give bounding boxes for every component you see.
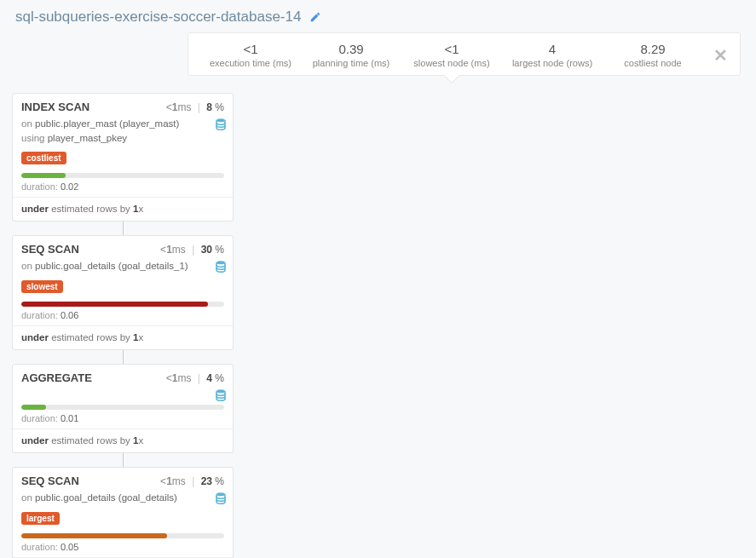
estimate-text: under estimated rows by 1x (13, 325, 233, 349)
stat-value: 8.29 (603, 42, 703, 56)
node-title: SEQ SCAN (21, 243, 79, 256)
node-meta: <1ms | 4 % (166, 372, 224, 384)
database-icon[interactable] (216, 492, 226, 504)
duration-bar-fill (21, 405, 46, 410)
node-title: SEQ SCAN (21, 475, 79, 487)
meta-pct: 8 % (206, 101, 224, 113)
node-header: INDEX SCAN <1ms | 8 % (13, 94, 233, 117)
edit-icon[interactable] (309, 11, 321, 23)
node-detail: on public.goal_details (goal_details_1) (13, 259, 233, 279)
stat-value: 4 (502, 42, 603, 56)
detail-using-val: player_mast_pkey (48, 133, 127, 143)
duration-text: duration: 0.06 (13, 310, 233, 325)
node-meta: <1ms | 23 % (160, 475, 224, 487)
estimate-text: under estimated rows by 1x (13, 197, 233, 221)
node-detail: on public.goal_details (goal_details) (13, 491, 233, 510)
node-meta: <1ms | 30 % (160, 244, 224, 256)
estimate-text: under estimated rows by 1x (13, 429, 233, 452)
svg-point-2 (216, 389, 225, 393)
stat-value: 0.39 (301, 42, 401, 56)
svg-point-3 (216, 492, 225, 496)
duration-bar (21, 302, 224, 307)
stats-bar: <1 execution time (ms) 0.39 planning tim… (188, 32, 741, 76)
stat-label: execution time (ms) (200, 58, 301, 68)
badge-largest: largest (21, 512, 60, 525)
database-icon[interactable] (216, 261, 226, 273)
meta-prefix: < (166, 101, 172, 113)
badge-costliest: costliest (21, 152, 66, 164)
duration-text: duration: 0.02 (13, 181, 233, 197)
node-detail: on public.player_mast (player_mast) usin… (13, 117, 233, 150)
node-meta: <1ms | 8 % (166, 101, 224, 113)
tree-connector (123, 221, 124, 235)
duration-text: duration: 0.01 (13, 413, 233, 429)
tree-connector (123, 350, 124, 364)
close-icon[interactable]: ✕ (703, 45, 728, 66)
stat-label: largest node (rows) (502, 58, 603, 68)
detail-on-val: public.player_mast (player_mast) (35, 118, 179, 129)
svg-point-1 (216, 262, 225, 265)
plan-node-seq-scan[interactable]: SEQ SCAN <1ms | 23 % on public.goal_deta… (12, 467, 234, 558)
tree-connector (123, 453, 124, 467)
duration-bar (21, 173, 224, 178)
stat-value: <1 (401, 42, 502, 56)
plan-node-seq-scan[interactable]: SEQ SCAN <1ms | 30 % on public.goal_deta… (12, 235, 234, 350)
plan-node-index-scan[interactable]: INDEX SCAN <1ms | 8 % on public.player_m… (12, 93, 234, 221)
node-detail (13, 388, 233, 400)
plan-node-aggregate[interactable]: AGGREGATE <1ms | 4 % duration: 0.01 unde… (12, 364, 234, 453)
stat-label: costliest node (603, 58, 703, 68)
database-icon[interactable] (216, 118, 226, 130)
node-title: AGGREGATE (21, 371, 92, 384)
stat-costliest-node: 8.29 costliest node (603, 42, 703, 68)
stat-value: <1 (200, 42, 301, 56)
stat-label: planning time (ms) (301, 58, 401, 68)
stat-label: slowest node (ms) (401, 58, 502, 68)
duration-bar-fill (21, 533, 167, 538)
detail-using-kw: using (21, 133, 45, 143)
duration-bar (21, 533, 224, 538)
plan-tree: INDEX SCAN <1ms | 8 % on public.player_m… (0, 93, 756, 558)
duration-bar (21, 405, 224, 410)
page-title: sql-subqueries-exercise-soccer-database-… (15, 9, 301, 26)
stat-slowest-node: <1 slowest node (ms) (401, 42, 502, 68)
duration-text: duration: 0.05 (13, 542, 233, 557)
stat-planning-time: 0.39 planning time (ms) (301, 42, 401, 68)
node-title: INDEX SCAN (21, 101, 89, 113)
node-header: AGGREGATE <1ms | 4 % (13, 365, 233, 388)
meta-unit: ms (177, 101, 191, 113)
stat-largest-node: 4 largest node (rows) (502, 42, 603, 68)
page-header: sql-subqueries-exercise-soccer-database-… (0, 0, 756, 32)
badge-slowest: slowest (21, 280, 63, 293)
meta-separator: | (194, 101, 204, 113)
stat-execution-time: <1 execution time (ms) (200, 42, 301, 68)
detail-on-kw: on (21, 118, 32, 129)
node-header: SEQ SCAN <1ms | 23 % (13, 468, 233, 491)
duration-bar-fill (21, 173, 66, 178)
database-icon[interactable] (216, 389, 226, 401)
svg-point-0 (216, 118, 225, 122)
duration-bar-fill (21, 302, 208, 307)
node-header: SEQ SCAN <1ms | 30 % (13, 236, 233, 259)
